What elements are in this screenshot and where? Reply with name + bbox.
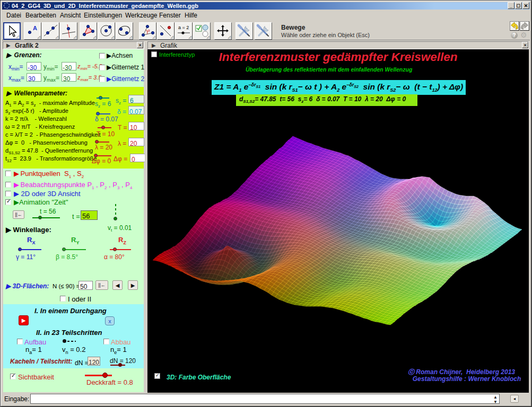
svg-text:A: A [33, 25, 37, 31]
svg-text:a = 2: a = 2 [178, 25, 189, 30]
svg-text:α: α [147, 28, 150, 33]
